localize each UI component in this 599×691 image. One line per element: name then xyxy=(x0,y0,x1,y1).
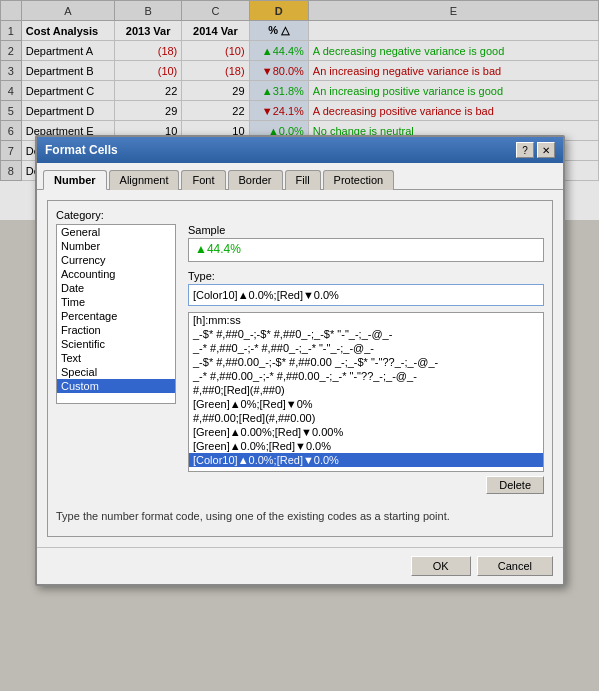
format-item[interactable]: _-* #,##0_-;-* #,##0_-;_-* "-"_-;_-@_- xyxy=(189,341,543,355)
tab-font[interactable]: Font xyxy=(181,170,225,190)
category-item[interactable]: Time xyxy=(57,295,175,309)
tab-fill[interactable]: Fill xyxy=(285,170,321,190)
format-item[interactable]: #,##0.00;[Red](#,##0.00) xyxy=(189,411,543,425)
category-label: Category: xyxy=(56,209,544,221)
dialog-title: Format Cells xyxy=(45,143,118,157)
category-item[interactable]: Special xyxy=(57,365,175,379)
format-item[interactable]: _-$* #,##0.00_-;-$* #,##0.00 _-;_-$* "-"… xyxy=(189,355,543,369)
dialog-body: Category: GeneralNumberCurrencyAccountin… xyxy=(37,190,563,547)
cancel-button[interactable]: Cancel xyxy=(477,556,553,576)
category-item[interactable]: Text xyxy=(57,351,175,365)
format-item[interactable]: [Color10]▲0.0%;[Red]▼0.0% xyxy=(189,453,543,467)
format-item[interactable]: [Green]▲0.0%;[Red]▼0.0% xyxy=(189,439,543,453)
dialog-tabs: Number Alignment Font Border Fill Protec… xyxy=(37,163,563,190)
dialog-backdrop: Format Cells ? ✕ Number Alignment Font B… xyxy=(0,0,599,691)
category-item[interactable]: Fraction xyxy=(57,323,175,337)
hint-text: Type the number format code, using one o… xyxy=(56,504,544,528)
dialog-help-button[interactable]: ? xyxy=(516,142,534,158)
format-cells-dialog: Format Cells ? ✕ Number Alignment Font B… xyxy=(35,135,565,586)
category-item[interactable]: Custom xyxy=(57,379,175,393)
dialog-titlebar: Format Cells ? ✕ xyxy=(37,137,563,163)
dialog-close-button[interactable]: ✕ xyxy=(537,142,555,158)
tab-protection[interactable]: Protection xyxy=(323,170,395,190)
sample-value: ▲44.4% xyxy=(195,242,241,256)
delete-button[interactable]: Delete xyxy=(486,476,544,494)
category-item[interactable]: Accounting xyxy=(57,267,175,281)
type-label: Type: xyxy=(188,270,544,282)
format-item[interactable]: [Green]▲0%;[Red]▼0% xyxy=(189,397,543,411)
tab-number[interactable]: Number xyxy=(43,170,107,190)
category-list-container: GeneralNumberCurrencyAccountingDateTimeP… xyxy=(56,224,176,494)
category-item[interactable]: Currency xyxy=(57,253,175,267)
tab-alignment[interactable]: Alignment xyxy=(109,170,180,190)
format-item[interactable]: #,##0;[Red](#,##0) xyxy=(189,383,543,397)
category-item[interactable]: Scientific xyxy=(57,337,175,351)
dialog-footer: OK Cancel xyxy=(37,547,563,584)
category-list[interactable]: GeneralNumberCurrencyAccountingDateTimeP… xyxy=(56,224,176,404)
category-item[interactable]: Percentage xyxy=(57,309,175,323)
sample-box: ▲44.4% xyxy=(188,238,544,262)
format-item[interactable]: [h]:mm:ss xyxy=(189,313,543,327)
tab-border[interactable]: Border xyxy=(228,170,283,190)
format-item[interactable]: [Green]▲0.00%;[Red]▼0.00% xyxy=(189,425,543,439)
right-section: Sample ▲44.4% Type: [h]:mm:ss_-$* #,##0_… xyxy=(188,224,544,494)
dialog-inner: Category: GeneralNumberCurrencyAccountin… xyxy=(47,200,553,537)
format-item[interactable]: _-$* #,##0_-;-$* #,##0_-;_-$* "-"_-;_-@_… xyxy=(189,327,543,341)
dialog-controls: ? ✕ xyxy=(516,142,555,158)
format-list[interactable]: [h]:mm:ss_-$* #,##0_-;-$* #,##0_-;_-$* "… xyxy=(188,312,544,472)
category-item[interactable]: Date xyxy=(57,281,175,295)
category-item[interactable]: General xyxy=(57,225,175,239)
category-section: GeneralNumberCurrencyAccountingDateTimeP… xyxy=(56,224,544,494)
category-item[interactable]: Number xyxy=(57,239,175,253)
type-input[interactable] xyxy=(188,284,544,306)
ok-button[interactable]: OK xyxy=(411,556,471,576)
sample-label: Sample xyxy=(188,224,544,236)
format-item[interactable]: _-* #,##0.00_-;-* #,##0.00_-;_-* "-"??_-… xyxy=(189,369,543,383)
